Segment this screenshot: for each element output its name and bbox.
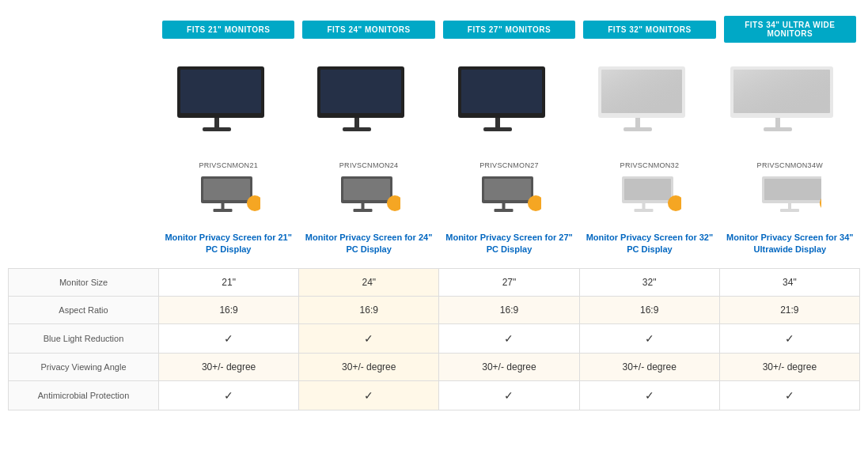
col-header-btn-2[interactable]: FITS 27" MONITORS — [443, 21, 575, 39]
cell-blueLightReduction-col-4: ✓ — [719, 323, 859, 353]
col-header-btn-0[interactable]: FITS 21" MONITORS — [162, 21, 294, 39]
svg-rect-2 — [180, 70, 261, 113]
sku-code-4: PRIVSCNMON34W — [757, 161, 823, 169]
cell-privacyViewingAngle-col-4: 30+/- degree — [719, 353, 859, 380]
table-row-aspectRatio: Aspect Ratio16:916:916:916:921:9 — [9, 296, 860, 323]
product-image-cell-0 — [158, 55, 298, 153]
cell-monitorSize-col-3: 32" — [579, 268, 719, 296]
monitor-svg-3 — [594, 62, 705, 146]
mini-monitor-svg-0 — [197, 175, 260, 218]
comparison-table: Monitor Size21"24"27"32"34"Aspect Ratio1… — [8, 268, 860, 410]
svg-rect-17 — [601, 70, 682, 113]
monitor-svg-4 — [726, 62, 853, 146]
col-header-4: FITS 34" ULTRA WIDE MONITORS — [720, 16, 860, 43]
svg-rect-12 — [461, 70, 542, 113]
cell-monitorSize-col-2: 27" — [439, 268, 579, 296]
svg-rect-27 — [221, 203, 224, 210]
svg-point-48 — [670, 198, 681, 209]
sku-thumbnail-3 — [618, 176, 681, 216]
cell-aspectRatio-col-1: 16:9 — [299, 296, 439, 323]
svg-rect-51 — [788, 203, 791, 210]
cell-monitorSize-col-4: 34" — [719, 268, 859, 296]
svg-rect-22 — [733, 70, 830, 113]
cell-aspectRatio-col-4: 21:9 — [719, 296, 859, 323]
sku-thumbnail-1 — [337, 176, 400, 216]
mini-monitor-svg-2 — [478, 175, 541, 218]
svg-point-30 — [249, 198, 260, 209]
product-name-cell-2: Monitor Privacy Screen for 27" PC Displa… — [439, 228, 579, 260]
monitor-svg-1 — [313, 62, 424, 146]
page-container: FITS 21" MONITORSFITS 24" MONITORSFITS 2… — [0, 0, 868, 469]
svg-rect-52 — [780, 209, 799, 212]
cell-privacyViewingAngle-col-2: 30+/- degree — [439, 353, 579, 380]
cell-antimicrobialProtection-col-3: ✓ — [579, 380, 719, 410]
table-row-monitorSize: Monitor Size21"24"27"32"34" — [9, 268, 860, 296]
svg-rect-18 — [635, 118, 640, 127]
sku-cell-2: PRIVSCNMON27 — [439, 157, 579, 220]
product-name-cell-4: Monitor Privacy Screen for 34" Ultrawide… — [720, 228, 860, 260]
cell-antimicrobialProtection-col-0: ✓ — [159, 380, 299, 410]
sku-cell-1: PRIVSCNMON24 — [298, 157, 438, 220]
col-header-btn-4[interactable]: FITS 34" ULTRA WIDE MONITORS — [724, 16, 856, 43]
cell-aspectRatio-col-2: 16:9 — [439, 296, 579, 323]
row-label-privacyViewingAngle: Privacy Viewing Angle — [9, 353, 159, 380]
svg-rect-40 — [494, 209, 513, 212]
svg-point-36 — [389, 198, 400, 209]
monitor-svg-0 — [173, 62, 284, 146]
col-header-2: FITS 27" MONITORS — [439, 16, 579, 43]
mini-monitor-svg-4 — [758, 175, 821, 218]
svg-rect-13 — [495, 118, 500, 127]
row-label-monitorSize: Monitor Size — [9, 268, 159, 296]
row-label-antimicrobialProtection: Antimicrobial Protection — [9, 380, 159, 410]
table-row-antimicrobialProtection: Antimicrobial Protection✓✓✓✓✓ — [9, 380, 860, 410]
svg-rect-7 — [320, 70, 401, 113]
cell-antimicrobialProtection-col-1: ✓ — [299, 380, 439, 410]
sku-row: PRIVSCNMON21 PRIVSCNMON24 PRIVSCNMON27 P… — [158, 157, 860, 220]
col-header-btn-3[interactable]: FITS 32" MONITORS — [583, 21, 715, 39]
svg-rect-45 — [642, 203, 645, 210]
row-label-blueLightReduction: Blue Light Reduction — [9, 323, 159, 353]
svg-rect-44 — [624, 179, 671, 200]
svg-rect-28 — [213, 209, 232, 212]
mini-monitor-svg-1 — [337, 175, 400, 218]
svg-rect-26 — [203, 179, 250, 200]
sku-thumbnail-2 — [478, 176, 541, 216]
col-header-btn-1[interactable]: FITS 24" MONITORS — [302, 21, 434, 39]
column-headers: FITS 21" MONITORSFITS 24" MONITORSFITS 2… — [158, 16, 860, 43]
product-names-row: Monitor Privacy Screen for 21" PC Displa… — [158, 228, 860, 260]
product-name-cell-0: Monitor Privacy Screen for 21" PC Displa… — [158, 228, 298, 260]
sku-cell-4: PRIVSCNMON34W — [720, 157, 860, 220]
cell-privacyViewingAngle-col-0: 30+/- degree — [159, 353, 299, 380]
cell-blueLightReduction-col-3: ✓ — [579, 323, 719, 353]
sku-code-0: PRIVSCNMON21 — [199, 161, 258, 169]
sku-thumbnail-4 — [758, 176, 821, 216]
monitor-svg-2 — [454, 62, 565, 146]
cell-aspectRatio-col-3: 16:9 — [579, 296, 719, 323]
cell-blueLightReduction-col-0: ✓ — [159, 323, 299, 353]
row-label-aspectRatio: Aspect Ratio — [9, 296, 159, 323]
table-row-blueLightReduction: Blue Light Reduction✓✓✓✓✓ — [9, 323, 860, 353]
sku-cell-0: PRIVSCNMON21 — [158, 157, 298, 220]
cell-antimicrobialProtection-col-2: ✓ — [439, 380, 579, 410]
svg-rect-23 — [775, 118, 780, 127]
cell-blueLightReduction-col-1: ✓ — [299, 323, 439, 353]
product-image-cell-1 — [298, 55, 438, 153]
sku-code-3: PRIVSCNMON32 — [620, 161, 680, 169]
svg-rect-38 — [484, 179, 531, 200]
mini-monitor-svg-3 — [618, 175, 681, 218]
svg-rect-24 — [764, 127, 792, 131]
product-image-cell-2 — [439, 55, 579, 153]
svg-rect-4 — [203, 127, 231, 131]
cell-aspectRatio-col-0: 16:9 — [159, 296, 299, 323]
sku-code-1: PRIVSCNMON24 — [339, 161, 399, 169]
svg-rect-34 — [354, 209, 373, 212]
cell-monitorSize-col-1: 24" — [299, 268, 439, 296]
svg-point-42 — [530, 198, 541, 209]
col-header-3: FITS 32" MONITORS — [579, 16, 719, 43]
col-header-0: FITS 21" MONITORS — [158, 16, 298, 43]
svg-rect-3 — [214, 118, 219, 127]
svg-rect-46 — [634, 209, 653, 212]
product-image-cell-3 — [579, 55, 719, 153]
svg-rect-14 — [483, 127, 512, 131]
svg-rect-8 — [354, 118, 359, 127]
